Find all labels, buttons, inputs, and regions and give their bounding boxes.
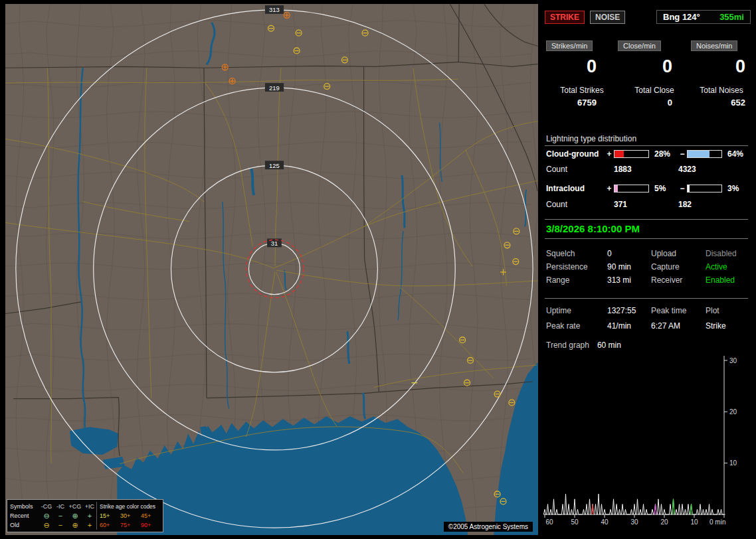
legend-col-neg-cg: -CG: [39, 502, 54, 511]
cg-minus-pct: 64%: [725, 149, 751, 159]
intracloud-row: Intracloud + 5% − 3%: [543, 184, 752, 193]
noise-toggle-button[interactable]: NOISE: [590, 11, 625, 24]
count-label: Count: [546, 200, 614, 209]
symbol-legend: Symbols -CG -IC +CG +IC Strike age color…: [7, 499, 163, 532]
capture-status: Active: [706, 262, 752, 271]
close-per-min-value: 0: [618, 56, 691, 76]
cg-minus-bar: [687, 150, 722, 158]
squelch-label: Squelch: [546, 249, 607, 258]
peak-rate-label: Peak rate: [546, 321, 607, 331]
upload-label: Upload: [651, 249, 706, 258]
trend-x-tick-label: 30: [630, 518, 638, 526]
legend-col-neg-ic: -IC: [54, 502, 67, 511]
trend-graph-label: Trend graph: [546, 341, 589, 350]
intracloud-label: Intracloud: [546, 184, 605, 193]
ic-plus-pct: 5%: [652, 184, 678, 193]
ic-minus-count: 182: [678, 200, 692, 209]
cloud-ground-counts: Count 1883 4323: [543, 165, 752, 174]
cg-minus-count: 4323: [678, 165, 696, 174]
legend-col-pos-cg: +CG: [67, 502, 83, 511]
age-code: 60+: [96, 520, 119, 530]
lightning-map[interactable]: 31321912531 Symbols -CG -IC +CG +IC Stri…: [5, 4, 538, 535]
noises-per-min-value: 0: [691, 56, 752, 76]
total-strikes-value: 6759: [546, 98, 618, 108]
ic-plus-count: 371: [614, 200, 678, 209]
peak-time-label: Peak time: [651, 306, 706, 315]
trend-x-tick-label: 20: [660, 518, 668, 526]
ic-plus-bar-fill: [614, 185, 618, 192]
total-strikes-label: Total Strikes: [546, 86, 618, 95]
trend-x-tick-label: 10: [690, 518, 698, 526]
peak-rate-value: 41/min: [607, 321, 651, 331]
plus-sign: +: [605, 184, 614, 193]
legend-row-old: Old: [10, 520, 39, 530]
plus-sign: +: [605, 149, 614, 159]
cg-plus-pct: 28%: [652, 149, 678, 159]
minus-icon: −: [54, 511, 67, 520]
range-ring-label: 313: [269, 6, 280, 13]
receiver-label: Receiver: [651, 275, 706, 285]
range-ring-label: 125: [269, 162, 280, 169]
upload-status: Disabled: [706, 249, 752, 258]
trend-x-tick-label: 60: [545, 518, 553, 526]
trend-x-tick-label: 0 min: [709, 518, 725, 526]
range-value: 313 mi: [607, 275, 651, 285]
legend-row-recent: Recent: [10, 511, 39, 520]
trend-y-tick-label: 30: [729, 357, 737, 364]
age-code: 45+: [140, 511, 160, 520]
bearing-range-readout: Bng 124° 355mi: [656, 10, 751, 24]
status-table: Uptime 1327:55 Peak time Plot Peak rate …: [543, 306, 752, 331]
plus-icon: +: [83, 511, 96, 520]
range-label: Range: [546, 275, 607, 285]
trend-graph-header: Trend graph 60 min: [543, 341, 752, 350]
marker-circle-plus-icon: [222, 64, 228, 70]
rate-values: 0 0 0: [543, 56, 752, 76]
trend-y-tick-label: 20: [729, 408, 737, 416]
rate-chips: Strikes/min Close/min Noises/min: [543, 40, 752, 51]
nexstorm-window: 31321912531 Symbols -CG -IC +CG +IC Stri…: [0, 0, 756, 539]
age-code: 75+: [119, 520, 140, 530]
cg-plus-bar: [614, 150, 649, 158]
range-ring-label: 219: [269, 84, 280, 92]
persistence-value: 90 min: [607, 262, 651, 271]
trend-highlight-spike: [591, 504, 593, 515]
ic-minus-pct: 3%: [725, 184, 751, 193]
peak-time-value: 6:27 AM: [651, 321, 706, 331]
copyright-notice: ©2005 Astrogenic Systems: [444, 522, 533, 532]
date-time-display: 3/8/2026 8:10:00 PM: [543, 223, 752, 234]
bearing-value: Bng 124°: [663, 12, 700, 22]
circle-plus-icon: ⊕: [67, 520, 83, 530]
strike-toggle-button[interactable]: STRIKE: [545, 11, 585, 24]
circle-minus-icon: ⊖: [39, 511, 54, 520]
strikes-per-min-value: 0: [546, 56, 618, 76]
intracloud-counts: Count 371 182: [543, 200, 752, 209]
marker-circle-plus-icon: [284, 12, 290, 18]
trend-series: [543, 494, 725, 514]
trend-x-tick-label: 50: [571, 518, 579, 526]
trend-window-value: 60 min: [597, 341, 621, 350]
range-ring-label: 31: [271, 240, 278, 247]
trend-highlight-spike: [690, 504, 692, 515]
minus-sign: −: [678, 184, 687, 193]
cloud-ground-row: Cloud-ground + 28% − 64%: [543, 149, 752, 159]
bearing-distance-value: 355mi: [719, 12, 744, 22]
uptime-label: Uptime: [546, 306, 607, 315]
strikes-per-min-chip: Strikes/min: [546, 40, 593, 51]
ic-plus-bar: [614, 185, 649, 193]
trend-highlight-spike: [672, 499, 674, 514]
cloud-ground-label: Cloud-ground: [546, 149, 605, 159]
plot-value: Strike: [706, 321, 752, 331]
total-close-label: Total Close: [618, 86, 691, 95]
receiver-status: Enabled: [706, 275, 752, 285]
uptime-value: 1327:55: [607, 306, 651, 315]
persistence-label: Persistence: [546, 262, 607, 271]
age-code: 15+: [96, 511, 119, 520]
ic-minus-bar-fill: [688, 185, 690, 192]
trend-x-tick-label: 40: [601, 518, 609, 526]
plot-label: Plot: [706, 306, 752, 315]
close-per-min-chip: Close/min: [618, 40, 661, 51]
divider: [545, 219, 748, 220]
age-code: 90+: [140, 520, 160, 530]
trend-highlight-spike: [654, 504, 656, 515]
legend-col-pos-ic: +IC: [83, 502, 96, 511]
